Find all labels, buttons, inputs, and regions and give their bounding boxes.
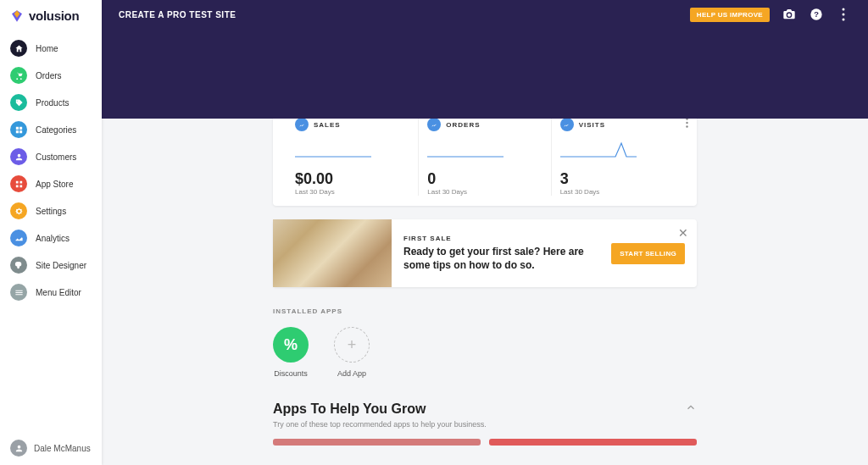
stat-label: ORDERS xyxy=(446,121,480,129)
svg-point-8 xyxy=(686,122,687,124)
stats-card: SALES $0.00 Last 30 Days ORDERS 0 Last 3… xyxy=(273,108,697,206)
stat-value: 3 xyxy=(560,170,675,188)
users-icon xyxy=(10,148,27,165)
nav-label: Analytics xyxy=(36,234,70,243)
nav-categories[interactable]: Categories xyxy=(0,116,102,143)
stat-orders: ORDERS 0 Last 30 Days xyxy=(418,118,550,196)
visits-icon xyxy=(560,118,574,131)
grow-card[interactable] xyxy=(273,439,481,446)
svg-point-3 xyxy=(843,14,845,16)
stat-period: Last 30 Days xyxy=(427,188,542,196)
nav-label: Customers xyxy=(36,152,76,162)
stat-sales: SALES $0.00 Last 30 Days xyxy=(287,118,418,196)
svg-point-9 xyxy=(686,125,687,127)
help-icon[interactable]: ? xyxy=(809,7,824,22)
nav-menueditor[interactable]: Menu Editor xyxy=(0,279,102,306)
nav-label: App Store xyxy=(36,180,73,189)
nav-label: Categories xyxy=(36,125,76,135)
first-sale-image xyxy=(273,219,392,287)
apps-icon xyxy=(10,175,27,192)
svg-point-2 xyxy=(843,8,845,11)
installed-apps-row: % Discounts + Add App xyxy=(273,327,697,378)
brand-name: volusion xyxy=(29,8,79,23)
chart-icon xyxy=(10,230,27,246)
grow-subtitle: Try one of these top recommended apps to… xyxy=(273,420,697,429)
nav-label: Settings xyxy=(36,207,66,216)
start-selling-button[interactable]: START SELLING xyxy=(611,243,685,264)
orders-icon xyxy=(427,118,441,131)
tag-icon xyxy=(10,94,27,111)
topbar: CREATE A PRO TEST SITE HELP US IMPROVE ? xyxy=(102,0,868,119)
add-icon: + xyxy=(334,327,370,363)
nav-analytics[interactable]: Analytics xyxy=(0,224,102,252)
first-sale-title: Ready to get your first sale? Here are s… xyxy=(403,246,601,272)
orders-sparkline xyxy=(427,138,504,160)
app-label: Add App xyxy=(337,369,366,378)
stat-value: $0.00 xyxy=(295,170,409,188)
nav-customers[interactable]: Customers xyxy=(0,143,102,170)
topbar-actions: HELP US IMPROVE ? xyxy=(690,7,851,22)
home-icon xyxy=(10,40,27,57)
gear-icon xyxy=(10,202,27,219)
nav-sitedesigner[interactable]: Site Designer xyxy=(0,252,102,279)
create-test-site-link[interactable]: CREATE A PRO TEST SITE xyxy=(119,10,236,19)
volusion-logo-icon xyxy=(10,9,24,23)
nav-label: Products xyxy=(36,98,69,108)
camera-icon[interactable] xyxy=(782,7,797,22)
first-sale-kicker: FIRST SALE xyxy=(403,235,601,242)
stat-label: VISITS xyxy=(579,121,605,129)
sidebar: volusion Home Orders Products Categories… xyxy=(0,0,102,465)
stat-period: Last 30 Days xyxy=(560,188,675,196)
nav-label: Orders xyxy=(36,71,62,80)
discounts-icon: % xyxy=(273,327,309,363)
app-add[interactable]: + Add App xyxy=(334,327,370,378)
cart-icon xyxy=(10,67,27,84)
grow-title: Apps To Help You Grow xyxy=(273,401,426,417)
nav-list: Home Orders Products Categories Customer… xyxy=(0,31,102,431)
svg-text:?: ? xyxy=(814,10,819,19)
stat-value: 0 xyxy=(427,170,542,188)
nav-products[interactable]: Products xyxy=(0,89,102,116)
installed-apps-label: INSTALLED APPS xyxy=(273,307,697,315)
visits-sparkline xyxy=(560,138,637,160)
more-icon[interactable] xyxy=(836,7,851,22)
app-discounts[interactable]: % Discounts xyxy=(273,327,309,378)
user-footer[interactable]: Dale McManus xyxy=(0,431,102,465)
nav-label: Site Designer xyxy=(36,261,86,270)
nav-label: Home xyxy=(36,44,58,53)
sales-sparkline xyxy=(295,138,371,160)
svg-point-4 xyxy=(843,19,845,21)
brush-icon xyxy=(10,257,27,274)
avatar xyxy=(10,440,27,457)
nav-settings[interactable]: Settings xyxy=(0,197,102,224)
first-sale-card: FIRST SALE Ready to get your first sale?… xyxy=(273,219,697,287)
stat-period: Last 30 Days xyxy=(295,188,409,196)
brand-logo[interactable]: volusion xyxy=(0,0,102,31)
sales-icon xyxy=(295,118,309,131)
grow-cards xyxy=(273,439,697,446)
close-icon[interactable]: ✕ xyxy=(678,226,688,240)
nav-home[interactable]: Home xyxy=(0,35,102,62)
nav-label: Menu Editor xyxy=(36,288,81,297)
stat-visits: VISITS 3 Last 30 Days xyxy=(551,118,683,196)
app-label: Discounts xyxy=(274,369,308,378)
nav-orders[interactable]: Orders xyxy=(0,62,102,89)
help-improve-button[interactable]: HELP US IMPROVE xyxy=(690,8,770,22)
grow-card[interactable] xyxy=(489,439,697,446)
chevron-up-icon[interactable] xyxy=(685,401,697,417)
nav-appstore[interactable]: App Store xyxy=(0,170,102,197)
grid-icon xyxy=(10,121,27,138)
menu-icon xyxy=(10,284,27,301)
stat-label: SALES xyxy=(314,121,341,129)
user-name: Dale McManus xyxy=(34,444,91,453)
